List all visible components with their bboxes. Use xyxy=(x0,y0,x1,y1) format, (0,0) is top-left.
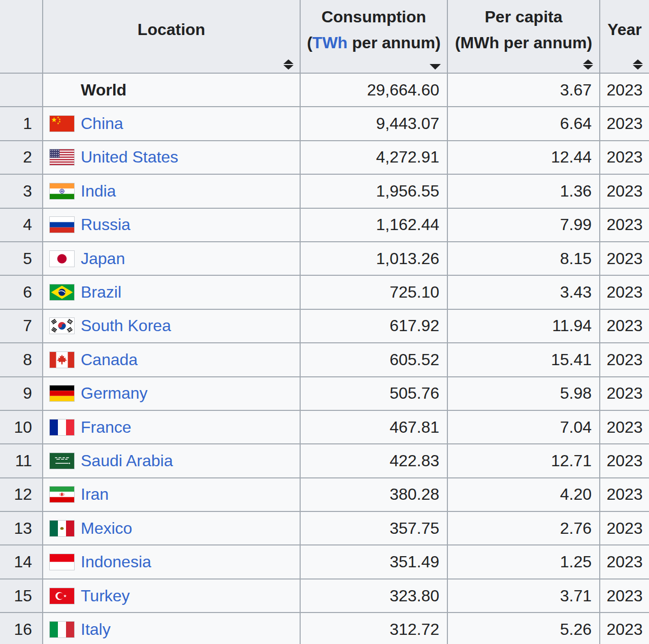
consumption-column-header[interactable]: Consumption (TWh per annum) xyxy=(300,0,447,73)
rank-cell xyxy=(0,73,43,107)
rank-cell: 10 xyxy=(0,410,43,444)
location-cell: Japan xyxy=(43,242,300,275)
consumption-sort-descending-icon[interactable] xyxy=(430,64,441,70)
south-korea-flag-icon xyxy=(50,318,74,334)
table-row: 1 China 9,443.07 6.64 2023 xyxy=(0,107,649,140)
per-capita-value: 1.25 xyxy=(447,545,600,578)
year-value: 2023 xyxy=(600,309,649,343)
year-value: 2023 xyxy=(600,174,649,208)
country-link[interactable]: Italy xyxy=(81,620,111,639)
location-cell: Saudi Arabia xyxy=(43,444,300,477)
per-capita-value: 12.71 xyxy=(447,444,600,477)
rank-column-header xyxy=(0,0,43,73)
year-sort-icon[interactable] xyxy=(633,59,643,70)
country-link[interactable]: Canada xyxy=(81,350,138,369)
year-value: 2023 xyxy=(600,343,649,376)
iran-flag-icon xyxy=(50,487,74,502)
year-value: 2023 xyxy=(600,511,649,545)
per-capita-header-line1: Per capita xyxy=(485,8,563,26)
country-link[interactable]: Japan xyxy=(81,249,125,268)
table-row: 9 Germany 505.76 5.98 2023 xyxy=(0,377,649,410)
twh-unit-link[interactable]: TWh xyxy=(312,34,347,52)
rank-cell: 5 xyxy=(0,242,43,275)
header-row: Location Consumption (TWh per annum) xyxy=(0,0,649,73)
year-value: 2023 xyxy=(600,545,649,578)
table-row: 10 France 467.81 7.04 2023 xyxy=(0,410,649,444)
year-value: 2023 xyxy=(600,613,649,644)
electricity-consumption-table: Location Consumption (TWh per annum) xyxy=(0,0,649,644)
table-row: 16 Italy 312.72 5.26 2023 xyxy=(0,613,649,644)
rank-cell: 13 xyxy=(0,511,43,545)
rank-cell: 14 xyxy=(0,545,43,578)
indonesia-flag-icon xyxy=(50,554,74,570)
country-link[interactable]: Iran xyxy=(81,485,109,504)
location-cell: Mexico xyxy=(43,511,300,545)
consumption-value: 1,162.44 xyxy=(300,208,447,242)
rank-cell: 6 xyxy=(0,275,43,309)
rank-cell: 7 xyxy=(0,309,43,343)
location-header-label: Location xyxy=(138,20,205,39)
consumption-value: 351.49 xyxy=(300,545,447,578)
consumption-value: 380.28 xyxy=(300,478,447,511)
consumption-value: 422.83 xyxy=(300,444,447,477)
location-cell: India xyxy=(43,174,300,208)
per-capita-value: 5.26 xyxy=(447,613,600,644)
country-link[interactable]: Mexico xyxy=(81,519,132,538)
consumption-value: 29,664.60 xyxy=(300,73,447,107)
country-link[interactable]: United States xyxy=(81,148,178,167)
year-value: 2023 xyxy=(600,579,649,613)
table-row: 3 India 1,956.55 1.36 2023 xyxy=(0,174,649,208)
country-link[interactable]: France xyxy=(81,418,132,437)
france-flag-icon xyxy=(50,420,74,435)
rank-cell: 2 xyxy=(0,141,43,174)
year-value: 2023 xyxy=(600,141,649,174)
consumption-value: 725.10 xyxy=(300,275,447,309)
country-link[interactable]: Germany xyxy=(81,384,148,403)
turkey-flag-icon xyxy=(50,588,74,604)
per-capita-value: 3.71 xyxy=(447,579,600,613)
country-link[interactable]: China xyxy=(81,114,123,133)
country-link[interactable]: Turkey xyxy=(81,587,130,605)
consumption-value: 9,443.07 xyxy=(300,107,447,140)
rank-cell: 11 xyxy=(0,444,43,477)
location-cell: South Korea xyxy=(43,309,300,343)
country-link[interactable]: Saudi Arabia xyxy=(81,452,173,470)
country-link[interactable]: India xyxy=(81,182,116,201)
japan-flag-icon xyxy=(50,251,74,267)
rank-cell: 16 xyxy=(0,613,43,644)
per-capita-column-header[interactable]: Per capita (MWh per annum) xyxy=(447,0,600,73)
italy-flag-icon xyxy=(50,622,74,637)
per-capita-sort-icon[interactable] xyxy=(583,59,593,70)
rank-cell: 4 xyxy=(0,208,43,242)
consumption-value: 617.92 xyxy=(300,309,447,343)
per-capita-value: 6.64 xyxy=(447,107,600,140)
canada-flag-icon xyxy=(50,352,74,368)
world-label: World xyxy=(81,81,126,100)
consumption-value: 1,013.26 xyxy=(300,242,447,275)
location-cell: United States xyxy=(43,141,300,174)
consumption-value: 467.81 xyxy=(300,410,447,444)
country-link[interactable]: Russia xyxy=(81,215,131,234)
country-link[interactable]: Indonesia xyxy=(81,553,151,571)
consumption-value: 505.76 xyxy=(300,377,447,410)
per-capita-value: 4.20 xyxy=(447,478,600,511)
consumption-header-line1: Consumption xyxy=(321,8,426,26)
location-cell: Russia xyxy=(43,208,300,242)
country-link[interactable]: Brazil xyxy=(81,283,121,302)
consumption-value: 1,956.55 xyxy=(300,174,447,208)
location-cell: Germany xyxy=(43,377,300,410)
year-column-header[interactable]: Year xyxy=(600,0,649,73)
location-cell: France xyxy=(43,410,300,444)
location-column-header[interactable]: Location xyxy=(43,0,300,73)
rank-cell: 9 xyxy=(0,377,43,410)
india-flag-icon xyxy=(50,183,74,199)
country-link[interactable]: South Korea xyxy=(81,316,171,335)
per-capita-value: 3.67 xyxy=(447,73,600,107)
consumption-value: 4,272.91 xyxy=(300,141,447,174)
table-row: 2 United States 4,272.91 12.44 2023 xyxy=(0,141,649,174)
location-sort-icon[interactable] xyxy=(283,59,294,70)
per-capita-value: 15.41 xyxy=(447,343,600,376)
table-row: 14 Indonesia 351.49 1.25 2023 xyxy=(0,545,649,578)
year-value: 2023 xyxy=(600,275,649,309)
year-header-label: Year xyxy=(607,20,642,39)
